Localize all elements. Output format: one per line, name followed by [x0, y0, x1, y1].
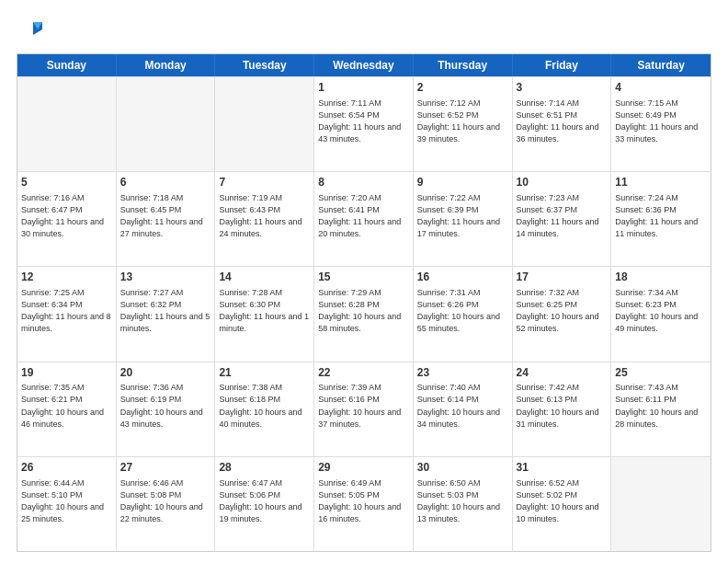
header-day-sunday: Sunday — [17, 54, 117, 76]
day-number: 13 — [120, 270, 211, 285]
day-cell-21: 21Sunrise: 7:38 AM Sunset: 6:18 PM Dayli… — [215, 362, 314, 456]
calendar-body: 1Sunrise: 7:11 AM Sunset: 6:54 PM Daylig… — [17, 76, 711, 551]
day-info: Sunrise: 7:25 AM Sunset: 6:34 PM Dayligh… — [21, 287, 112, 335]
day-number: 17 — [517, 270, 608, 285]
calendar-week-3: 12Sunrise: 7:25 AM Sunset: 6:34 PM Dayli… — [17, 266, 711, 361]
day-cell-13: 13Sunrise: 7:27 AM Sunset: 6:32 PM Dayli… — [117, 267, 216, 361]
day-info: Sunrise: 7:43 AM Sunset: 6:11 PM Dayligh… — [615, 382, 707, 430]
logo — [17, 17, 48, 44]
calendar-header: SundayMondayTuesdayWednesdayThursdayFrid… — [17, 54, 711, 76]
day-number: 22 — [318, 365, 409, 381]
day-info: Sunrise: 7:15 AM Sunset: 6:49 PM Dayligh… — [615, 98, 707, 145]
empty-cell — [611, 457, 711, 551]
day-info: Sunrise: 7:18 AM Sunset: 6:45 PM Dayligh… — [120, 192, 211, 240]
day-info: Sunrise: 7:23 AM Sunset: 6:37 PM Dayligh… — [517, 192, 608, 240]
day-number: 27 — [120, 460, 211, 476]
header-day-friday: Friday — [513, 54, 612, 76]
day-cell-12: 12Sunrise: 7:25 AM Sunset: 6:34 PM Dayli… — [17, 267, 117, 361]
calendar-week-1: 1Sunrise: 7:11 AM Sunset: 6:54 PM Daylig… — [17, 76, 711, 171]
day-info: Sunrise: 7:22 AM Sunset: 6:39 PM Dayligh… — [417, 192, 508, 240]
day-cell-17: 17Sunrise: 7:32 AM Sunset: 6:25 PM Dayli… — [513, 267, 612, 361]
day-number: 20 — [120, 365, 211, 381]
day-cell-26: 26Sunrise: 6:44 AM Sunset: 5:10 PM Dayli… — [17, 457, 117, 551]
calendar-week-4: 19Sunrise: 7:35 AM Sunset: 6:21 PM Dayli… — [17, 362, 711, 456]
day-number: 1 — [318, 80, 409, 96]
calendar-week-2: 5Sunrise: 7:16 AM Sunset: 6:47 PM Daylig… — [17, 171, 711, 266]
day-number: 24 — [517, 365, 608, 381]
day-number: 2 — [417, 80, 508, 96]
day-number: 10 — [517, 175, 608, 190]
day-number: 11 — [615, 175, 707, 190]
day-cell-31: 31Sunrise: 6:52 AM Sunset: 5:02 PM Dayli… — [513, 457, 612, 551]
logo-icon — [17, 17, 44, 44]
day-cell-25: 25Sunrise: 7:43 AM Sunset: 6:11 PM Dayli… — [611, 362, 711, 456]
day-info: Sunrise: 6:50 AM Sunset: 5:03 PM Dayligh… — [417, 477, 508, 525]
day-info: Sunrise: 7:38 AM Sunset: 6:18 PM Dayligh… — [219, 382, 310, 430]
empty-cell — [17, 77, 117, 171]
day-info: Sunrise: 7:20 AM Sunset: 6:41 PM Dayligh… — [318, 192, 409, 240]
header-day-tuesday: Tuesday — [215, 54, 314, 76]
day-number: 31 — [517, 460, 608, 476]
day-number: 26 — [21, 460, 112, 476]
day-cell-1: 1Sunrise: 7:11 AM Sunset: 6:54 PM Daylig… — [314, 77, 414, 171]
day-number: 29 — [318, 460, 409, 476]
day-number: 18 — [615, 270, 707, 285]
day-info: Sunrise: 7:27 AM Sunset: 6:32 PM Dayligh… — [120, 287, 211, 335]
day-number: 12 — [21, 270, 112, 285]
day-number: 4 — [615, 80, 707, 96]
day-number: 15 — [318, 270, 409, 285]
day-number: 21 — [219, 365, 310, 381]
day-info: Sunrise: 6:52 AM Sunset: 5:02 PM Dayligh… — [517, 477, 608, 525]
day-info: Sunrise: 7:34 AM Sunset: 6:23 PM Dayligh… — [615, 287, 707, 335]
day-cell-29: 29Sunrise: 6:49 AM Sunset: 5:05 PM Dayli… — [314, 457, 414, 551]
day-cell-19: 19Sunrise: 7:35 AM Sunset: 6:21 PM Dayli… — [17, 362, 117, 456]
day-info: Sunrise: 7:16 AM Sunset: 6:47 PM Dayligh… — [21, 192, 112, 240]
day-info: Sunrise: 7:12 AM Sunset: 6:52 PM Dayligh… — [417, 98, 508, 145]
day-cell-28: 28Sunrise: 6:47 AM Sunset: 5:06 PM Dayli… — [215, 457, 314, 551]
day-number: 16 — [417, 270, 508, 285]
day-cell-7: 7Sunrise: 7:19 AM Sunset: 6:43 PM Daylig… — [215, 172, 314, 266]
day-info: Sunrise: 6:47 AM Sunset: 5:06 PM Dayligh… — [219, 477, 310, 525]
day-info: Sunrise: 6:46 AM Sunset: 5:08 PM Dayligh… — [120, 477, 211, 525]
day-cell-20: 20Sunrise: 7:36 AM Sunset: 6:19 PM Dayli… — [117, 362, 216, 456]
day-info: Sunrise: 7:24 AM Sunset: 6:36 PM Dayligh… — [615, 192, 707, 240]
empty-cell — [117, 77, 216, 171]
day-cell-9: 9Sunrise: 7:22 AM Sunset: 6:39 PM Daylig… — [414, 172, 513, 266]
day-cell-27: 27Sunrise: 6:46 AM Sunset: 5:08 PM Dayli… — [117, 457, 216, 551]
day-number: 25 — [615, 365, 707, 381]
day-number: 9 — [417, 175, 508, 190]
day-number: 5 — [21, 175, 112, 190]
day-number: 28 — [219, 460, 310, 476]
day-info: Sunrise: 7:39 AM Sunset: 6:16 PM Dayligh… — [318, 382, 409, 430]
day-number: 14 — [219, 270, 310, 285]
day-cell-23: 23Sunrise: 7:40 AM Sunset: 6:14 PM Dayli… — [414, 362, 513, 456]
day-number: 6 — [120, 175, 211, 190]
day-cell-30: 30Sunrise: 6:50 AM Sunset: 5:03 PM Dayli… — [414, 457, 513, 551]
day-info: Sunrise: 7:32 AM Sunset: 6:25 PM Dayligh… — [517, 287, 608, 335]
day-cell-5: 5Sunrise: 7:16 AM Sunset: 6:47 PM Daylig… — [17, 172, 117, 266]
day-info: Sunrise: 7:19 AM Sunset: 6:43 PM Dayligh… — [219, 192, 310, 240]
day-info: Sunrise: 7:11 AM Sunset: 6:54 PM Dayligh… — [318, 98, 409, 145]
day-info: Sunrise: 7:14 AM Sunset: 6:51 PM Dayligh… — [517, 98, 608, 145]
day-cell-10: 10Sunrise: 7:23 AM Sunset: 6:37 PM Dayli… — [513, 172, 612, 266]
day-info: Sunrise: 7:31 AM Sunset: 6:26 PM Dayligh… — [417, 287, 508, 335]
day-info: Sunrise: 6:49 AM Sunset: 5:05 PM Dayligh… — [318, 477, 409, 525]
calendar: SundayMondayTuesdayWednesdayThursdayFrid… — [17, 53, 711, 552]
day-cell-4: 4Sunrise: 7:15 AM Sunset: 6:49 PM Daylig… — [611, 77, 711, 171]
day-number: 7 — [219, 175, 310, 190]
day-info: Sunrise: 6:44 AM Sunset: 5:10 PM Dayligh… — [21, 477, 112, 525]
calendar-week-5: 26Sunrise: 6:44 AM Sunset: 5:10 PM Dayli… — [17, 456, 711, 551]
header-day-saturday: Saturday — [611, 54, 711, 76]
header-day-wednesday: Wednesday — [314, 54, 414, 76]
day-number: 30 — [417, 460, 508, 476]
day-number: 23 — [417, 365, 508, 381]
day-number: 19 — [21, 365, 112, 381]
day-info: Sunrise: 7:42 AM Sunset: 6:13 PM Dayligh… — [517, 382, 608, 430]
day-info: Sunrise: 7:36 AM Sunset: 6:19 PM Dayligh… — [120, 382, 211, 430]
day-info: Sunrise: 7:29 AM Sunset: 6:28 PM Dayligh… — [318, 287, 409, 335]
day-info: Sunrise: 7:40 AM Sunset: 6:14 PM Dayligh… — [417, 382, 508, 430]
day-cell-16: 16Sunrise: 7:31 AM Sunset: 6:26 PM Dayli… — [414, 267, 513, 361]
day-info: Sunrise: 7:35 AM Sunset: 6:21 PM Dayligh… — [21, 382, 112, 430]
header-day-monday: Monday — [117, 54, 216, 76]
day-cell-11: 11Sunrise: 7:24 AM Sunset: 6:36 PM Dayli… — [611, 172, 711, 266]
